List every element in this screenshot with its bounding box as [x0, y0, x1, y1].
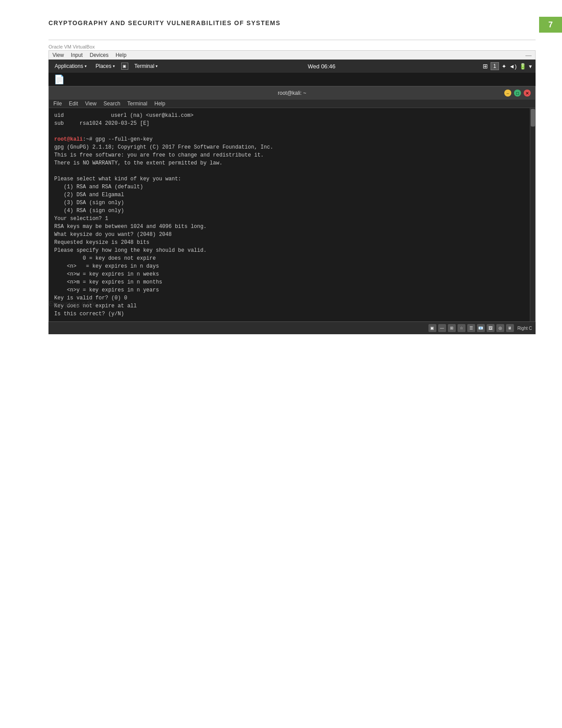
taskbar-icon-9[interactable]: 🖥: [506, 324, 514, 332]
terminal-line-keysize-q: What keysize do you want? (2048) 2048: [54, 231, 530, 239]
taskbar-icon-4[interactable]: ☆: [458, 324, 465, 332]
terminal-panel-icon: ▣: [121, 63, 128, 70]
taskbar-icon-5[interactable]: ☰: [467, 324, 475, 332]
terminal-line-blank2: [54, 167, 530, 175]
terminal-line-opt1: (1) RSA and RSA (default): [54, 183, 530, 191]
maximize-button[interactable]: □: [514, 90, 521, 97]
vbox-url-bar: Oracle VM VirtualBox: [48, 44, 536, 49]
terminal-line-opt4: (4) RSA (sign only): [54, 207, 530, 215]
menu-terminal[interactable]: Terminal: [127, 101, 147, 107]
terminal-line-selection: Your selection? 1: [54, 215, 530, 223]
terminal-line-gpg3: There is NO WARRANTY, to the extent perm…: [54, 159, 530, 167]
scrollbar-thumb[interactable]: [531, 109, 535, 127]
virtualbox-window: Oracle VM VirtualBox View Input Devices …: [48, 44, 536, 334]
terminal-title-bar: root@kali: ~ – □ ✕: [49, 86, 535, 100]
applications-menu-btn[interactable]: Applications ▾: [52, 62, 89, 70]
power-icon[interactable]: 🔋: [519, 63, 526, 70]
panel-right: ⊞ 1 ✦ ◄) 🔋 ▾: [483, 62, 532, 70]
terminal-controls: – □ ✕: [504, 90, 531, 97]
taskbar-right-label: Right C: [517, 326, 532, 331]
terminal-line-opt-0: 0 = key does not expire: [54, 254, 530, 262]
terminal-label: Terminal: [134, 63, 154, 69]
places-label: Places: [96, 63, 112, 69]
terminal-line-uid: uid userl (na) <user@kali.com>: [54, 112, 530, 119]
panel-clock: Wed 06:46: [162, 63, 481, 70]
kali-taskbar: ▣ — ⊞ ☆ ☰ 📧 🖼 ◎ 🖥 Right C: [48, 322, 536, 334]
applications-label: Applications: [55, 63, 83, 69]
menu-edit[interactable]: Edit: [69, 101, 78, 107]
separator-line: [48, 40, 536, 40]
close-button[interactable]: ✕: [524, 90, 531, 97]
terminal-line-opt-ny: <n>y = key expires in n years: [54, 286, 530, 294]
terminal-line-sub: sub rsa1024 2020-03-25 [E]: [54, 119, 530, 127]
taskbar-icon-2[interactable]: —: [438, 324, 446, 332]
terminal-line-valid-ans: Key is valid for? (0) 0: [54, 294, 530, 302]
vbox-menu-devices[interactable]: Devices: [90, 52, 109, 58]
places-arrow: ▾: [113, 64, 115, 68]
terminal-title: root@kali: ~: [53, 90, 531, 96]
terminal-line-opt-n: <n> = key expires in n days: [54, 262, 530, 270]
terminal-line-opt-nm: <n>m = key expires in n months: [54, 278, 530, 286]
taskbar-icon-6[interactable]: 📧: [477, 324, 485, 332]
terminal-menu-bar: File Edit View Search Terminal Help: [49, 100, 535, 108]
terminal-line-correct: Is this correct? (y/N): [54, 310, 530, 318]
terminal-line-gpg1: gpg (GnuPG) 2.1.18; Copyright (C) 2017 F…: [54, 143, 530, 151]
terminal-menu-btn[interactable]: Terminal ▾: [132, 62, 160, 70]
workspace-badge[interactable]: 1: [491, 62, 499, 70]
terminal-line-keysize-a: Requested keysize is 2048 bits: [54, 239, 530, 246]
terminal-line-rsa-range: RSA keys may be between 1024 and 4096 bi…: [54, 223, 530, 231]
image-caption: Encrypting a file: [48, 300, 96, 308]
scrollbar[interactable]: [530, 108, 535, 321]
terminal-line-opt-nw: <n>w = key expires in n weeks: [54, 270, 530, 278]
page-number-badge: 7: [539, 17, 562, 33]
menu-view[interactable]: View: [85, 101, 97, 107]
terminal-line-valid-q: Please specify how long the key should b…: [54, 246, 530, 254]
network-icon: ⊞: [483, 63, 488, 70]
kali-panel: Applications ▾ Places ▾ ▣ Terminal ▾ Wed…: [48, 60, 536, 73]
panel-left: Applications ▾ Places ▾ ▣ Terminal ▾: [52, 62, 160, 70]
desktop-area: 📄: [48, 73, 536, 86]
sound-icon[interactable]: ◄): [509, 63, 517, 70]
volume-icon[interactable]: ✦: [502, 63, 506, 70]
terminal-window: root@kali: ~ – □ ✕ File Edit View Search…: [48, 86, 536, 322]
folder-icon: 📄: [54, 74, 65, 85]
taskbar-icon-1[interactable]: ▣: [428, 324, 436, 332]
terminal-arrow: ▾: [156, 64, 158, 68]
minimize-button[interactable]: –: [504, 90, 511, 97]
taskbar-icon-7[interactable]: 🖼: [487, 324, 495, 332]
menu-help[interactable]: Help: [154, 101, 165, 107]
applications-arrow: ▾: [85, 64, 87, 68]
vbox-menu-input[interactable]: Input: [71, 52, 83, 58]
taskbar-icon-8[interactable]: ◎: [496, 324, 504, 332]
terminal-line-opt2: (2) DSA and Elgamal: [54, 191, 530, 199]
vbox-minimize-icon[interactable]: —: [525, 52, 532, 59]
taskbar-icon-3[interactable]: ⊞: [448, 324, 456, 332]
terminal-line-no-expire: Key does not expire at all: [54, 302, 530, 310]
terminal-content[interactable]: uid userl (na) <user@kali.com> sub rsa10…: [49, 108, 535, 321]
places-menu-btn[interactable]: Places ▾: [93, 62, 118, 70]
terminal-line-opt3: (3) DSA (sign only): [54, 199, 530, 207]
settings-icon[interactable]: ▾: [529, 63, 532, 70]
terminal-line-select: Please select what kind of key you want:: [54, 175, 530, 183]
vbox-menu-help[interactable]: Help: [115, 52, 127, 58]
terminal-line-blank1: [54, 127, 530, 135]
terminal-line-prompt: root@kali:~# gpg --full-gen-key: [54, 135, 530, 143]
vbox-menu-bar: View Input Devices Help —: [48, 50, 536, 60]
terminal-line-gpg2: This is free software: you are free to c…: [54, 151, 530, 159]
vbox-menu-view[interactable]: View: [52, 52, 64, 58]
menu-file[interactable]: File: [53, 101, 62, 107]
menu-search[interactable]: Search: [104, 101, 120, 107]
page-title: CRYPTOGRAPHY AND SECURITY VULNERABILITIE…: [48, 19, 281, 26]
